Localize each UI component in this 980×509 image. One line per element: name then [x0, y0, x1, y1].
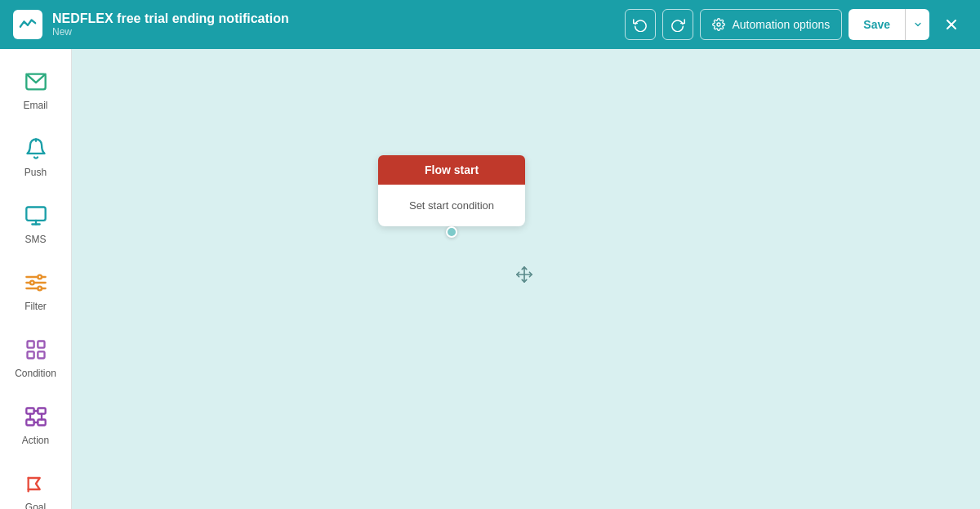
- flow-node-header: Flow start: [378, 155, 525, 185]
- redo-button[interactable]: [662, 9, 693, 40]
- sidebar-item-action-label: Action: [22, 435, 49, 446]
- undo-button[interactable]: [625, 9, 656, 40]
- main-area: Email Push SMS: [0, 49, 980, 509]
- save-dropdown-button[interactable]: [905, 9, 929, 40]
- gear-icon: [712, 18, 725, 31]
- close-button[interactable]: [936, 9, 967, 40]
- action-icon: [21, 402, 51, 431]
- email-icon: [21, 67, 51, 96]
- chevron-down-icon: [913, 20, 923, 29]
- sidebar-item-push[interactable]: Push: [5, 124, 66, 188]
- sidebar-item-action[interactable]: Action: [5, 392, 66, 456]
- condition-icon: [21, 335, 51, 364]
- sms-icon: [21, 201, 51, 230]
- sidebar-item-sms-label: SMS: [24, 234, 46, 245]
- app-title: NEDFLEX free trial ending notification: [52, 11, 615, 26]
- flow-start-node[interactable]: Flow start Set start condition: [378, 155, 525, 226]
- svg-rect-17: [27, 342, 33, 348]
- sidebar-item-filter-label: Filter: [24, 301, 47, 312]
- sidebar-item-email-label: Email: [23, 100, 47, 111]
- goal-icon: [21, 469, 51, 498]
- save-group: Save: [849, 9, 929, 40]
- sidebar-item-condition[interactable]: Condition: [5, 325, 66, 389]
- sidebar-item-sms[interactable]: SMS: [5, 191, 66, 255]
- sidebar-item-push-label: Push: [24, 167, 47, 178]
- title-block: NEDFLEX free trial ending notification N…: [52, 11, 615, 38]
- sidebar-item-goal-label: Goal: [25, 502, 46, 509]
- sidebar: Email Push SMS: [0, 49, 72, 509]
- app-logo: [13, 10, 42, 39]
- svg-point-0: [717, 23, 720, 26]
- sidebar-item-email[interactable]: Email: [5, 57, 66, 121]
- svg-rect-19: [27, 351, 33, 358]
- save-button[interactable]: Save: [849, 9, 905, 40]
- app-subtitle: New: [52, 26, 615, 38]
- svg-rect-18: [38, 342, 44, 348]
- sidebar-item-goal[interactable]: Goal: [5, 459, 66, 509]
- svg-rect-20: [38, 351, 44, 358]
- sidebar-item-condition-label: Condition: [15, 368, 56, 379]
- sidebar-item-filter[interactable]: Filter: [5, 258, 66, 322]
- close-icon: [943, 16, 960, 33]
- header: NEDFLEX free trial ending notification N…: [0, 0, 980, 49]
- header-actions: Automation options Save: [625, 9, 967, 40]
- flow-node-connector[interactable]: [446, 226, 457, 238]
- flow-node-body[interactable]: Set start condition: [378, 185, 525, 226]
- automation-options-button[interactable]: Automation options: [700, 9, 842, 40]
- push-icon: [21, 134, 51, 163]
- svg-rect-5: [26, 208, 45, 221]
- filter-icon: [21, 268, 51, 297]
- automation-options-label: Automation options: [732, 18, 830, 31]
- canvas[interactable]: Flow start Set start condition: [72, 49, 980, 509]
- move-cursor-icon: [515, 266, 533, 288]
